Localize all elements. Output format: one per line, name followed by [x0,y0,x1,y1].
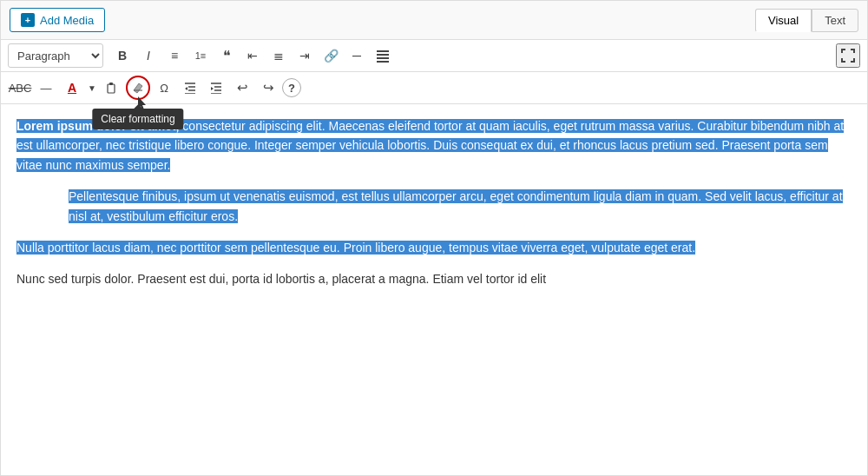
toolbar-toggle-icon [376,49,390,63]
view-tabs: Visual Text [755,9,858,32]
tab-text[interactable]: Text [812,9,858,32]
redo-button[interactable]: ↪ [256,76,280,100]
svg-text:+: + [25,15,30,25]
toolbar-row-1: Paragraph Heading 1 Heading 2 Heading 3 … [1,40,867,72]
svg-rect-7 [109,83,113,85]
editor-container: + Add Media Visual Text Paragraph Headin… [0,0,868,476]
align-right-button[interactable]: ⇥ [293,43,317,68]
paragraph-4-text: Nunc sed turpis dolor. Praesent est dui,… [16,272,546,286]
clear-format-container: Clear formatting [126,76,150,100]
add-media-icon: + [21,13,35,27]
svg-rect-2 [377,50,389,52]
svg-rect-3 [377,54,389,56]
toolbar-row-2: ABC — A ▼ Cl [1,72,867,104]
toolbar-toggle-button[interactable] [371,43,395,68]
expand-icon [840,48,856,63]
indent-icon [210,82,222,94]
font-color-button[interactable]: A [60,76,84,100]
paragraph-select[interactable]: Paragraph Heading 1 Heading 2 Heading 3 … [8,43,103,68]
svg-rect-4 [377,57,389,59]
font-color-arrow-button[interactable]: ▼ [86,76,98,100]
content-area[interactable]: Lorem ipsum dolor sit amet, consectetur … [1,104,867,475]
indent-button[interactable] [204,76,228,100]
tab-visual[interactable]: Visual [755,9,812,32]
paste-icon [106,82,118,94]
paragraph-4: Nunc sed turpis dolor. Praesent est dui,… [16,269,852,288]
paste-text-button[interactable] [100,76,124,100]
align-left-button[interactable]: ⇤ [240,43,265,68]
paragraph-3-text: Nulla porttitor lacus diam, nec porttito… [16,241,695,255]
strikethrough-button[interactable]: ABC [8,76,32,100]
paragraph-1: Lorem ipsum dolor sit amet, consectetur … [16,116,852,175]
add-media-button[interactable]: + Add Media [10,8,105,32]
add-media-label: Add Media [40,14,94,27]
align-center-button[interactable]: ≣ [266,43,291,68]
paragraph-2: Pellentesque finibus, ipsum ut venenatis… [69,187,852,226]
help-button[interactable]: ? [282,78,301,97]
read-more-button[interactable]: — [345,43,369,68]
svg-rect-5 [377,61,389,63]
top-bar: + Add Media Visual Text [1,1,867,40]
blockquote-button[interactable]: ❝ [214,43,239,68]
unordered-list-button[interactable]: ≡ [162,43,187,68]
undo-button[interactable]: ↩ [230,76,254,100]
special-char-button[interactable]: Ω [152,76,176,100]
hr-button[interactable]: — [34,76,58,100]
italic-button[interactable]: I [136,43,161,68]
outdent-icon [184,82,196,94]
paragraph-3: Nulla porttitor lacus diam, nec porttito… [16,238,852,257]
ordered-list-button[interactable]: 1≡ [188,43,213,68]
svg-rect-6 [108,84,115,93]
eraser-icon [132,82,144,94]
clear-formatting-button[interactable] [126,76,150,100]
paragraph-1-text: Lorem ipsum dolor sit amet, consectetur … [16,119,844,172]
expand-area [836,43,860,68]
paragraph-2-text: Pellentesque finibus, ipsum ut venenatis… [69,189,843,222]
bold-button[interactable]: B [110,43,135,68]
outdent-button[interactable] [178,76,202,100]
fullscreen-button[interactable] [836,43,860,68]
link-button[interactable]: 🔗 [319,43,343,68]
